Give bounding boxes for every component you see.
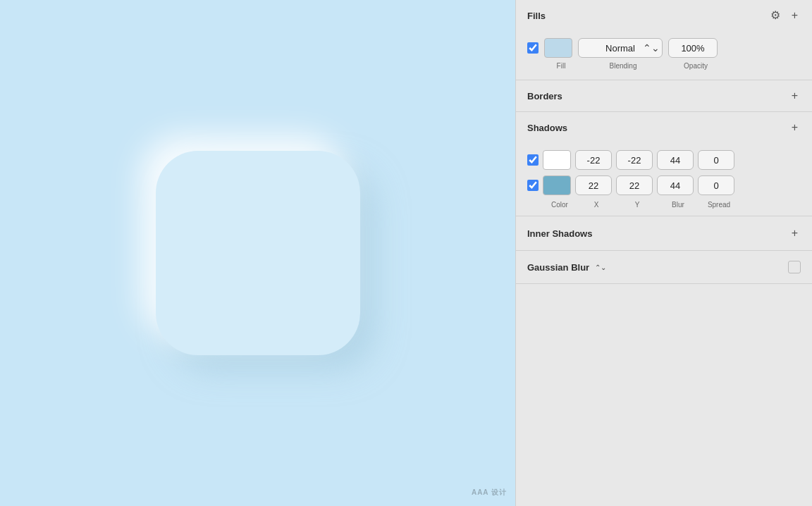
shadow1-y-input[interactable]	[616, 150, 653, 170]
shadow2-color-swatch[interactable]	[543, 175, 571, 195]
blending-label: Blending	[581, 62, 665, 70]
fills-checkbox[interactable]	[527, 42, 539, 54]
shadows-section-header: Shadows +	[516, 112, 812, 143]
borders-section-header: Borders +	[516, 80, 812, 111]
shadow1-blur-input[interactable]	[657, 150, 694, 170]
shadows-add-button[interactable]: +	[789, 121, 801, 135]
y-label: Y	[619, 201, 656, 209]
canvas: AAA 设计	[0, 0, 515, 506]
shadow2-checkbox[interactable]	[527, 180, 539, 191]
shadow2-x-input[interactable]	[575, 175, 612, 195]
neumorphic-card	[156, 151, 360, 355]
shadow-row-1	[527, 150, 801, 170]
fills-section: Fills ⚙ + Normal Multiply Screen Overlay…	[516, 0, 812, 80]
color-label: Color	[546, 201, 574, 209]
panel: Fills ⚙ + Normal Multiply Screen Overlay…	[515, 0, 812, 506]
blending-select[interactable]: Normal Multiply Screen Overlay	[578, 38, 663, 58]
borders-title: Borders	[527, 91, 562, 101]
gaussian-blur-section: Gaussian Blur ⌃⌄	[516, 251, 812, 284]
shadows-section: Shadows +	[516, 112, 812, 216]
fills-content: Normal Multiply Screen Overlay ⌃⌄ Fill B…	[516, 31, 812, 80]
opacity-input[interactable]	[668, 38, 718, 58]
fill-label: Fill	[547, 62, 575, 70]
shadow2-spread-input[interactable]	[698, 175, 734, 195]
blending-wrapper: Normal Multiply Screen Overlay ⌃⌄	[578, 38, 663, 58]
fills-title: Fills	[527, 11, 546, 21]
shadow-labels: Color X Y Blur Spread	[527, 201, 801, 209]
fills-color-swatch[interactable]	[544, 38, 572, 58]
fills-add-button[interactable]: +	[789, 8, 801, 23]
shadow1-spread-input[interactable]	[698, 150, 734, 170]
borders-actions: +	[789, 89, 801, 103]
watermark: AAA 设计	[472, 488, 507, 498]
x-label: X	[578, 201, 615, 209]
gaussian-blur-title: Gaussian Blur	[527, 262, 589, 273]
fills-gear-button[interactable]: ⚙	[768, 8, 783, 23]
spread-label: Spread	[701, 201, 737, 209]
inner-shadows-section: Inner Shadows +	[516, 216, 812, 251]
gaussian-blur-toggle[interactable]	[788, 261, 801, 273]
shadows-actions: +	[789, 121, 801, 135]
borders-add-button[interactable]: +	[789, 89, 801, 103]
borders-section: Borders +	[516, 80, 812, 112]
fills-actions: ⚙ +	[768, 8, 801, 23]
inner-shadows-title: Inner Shadows	[527, 228, 592, 239]
shadow1-checkbox[interactable]	[527, 154, 539, 166]
gaussian-chevron-icon: ⌃⌄	[595, 264, 606, 271]
shadow2-y-input[interactable]	[616, 175, 653, 195]
inner-shadows-actions: +	[789, 226, 801, 240]
opacity-label: Opacity	[671, 62, 720, 70]
shadow1-color-swatch[interactable]	[543, 150, 571, 170]
shadow2-blur-input[interactable]	[657, 175, 694, 195]
shadow1-x-input[interactable]	[575, 150, 612, 170]
shadow-row-2	[527, 175, 801, 195]
shadows-title: Shadows	[527, 123, 567, 133]
fills-section-header: Fills ⚙ +	[516, 0, 812, 31]
shadows-content: Color X Y Blur Spread	[516, 143, 812, 216]
gaussian-left: Gaussian Blur ⌃⌄	[527, 262, 606, 273]
fills-row: Normal Multiply Screen Overlay ⌃⌄	[527, 38, 801, 58]
blur-label: Blur	[660, 201, 696, 209]
inner-shadows-add-button[interactable]: +	[789, 226, 801, 240]
fills-labels: Fill Blending Opacity	[527, 62, 801, 70]
